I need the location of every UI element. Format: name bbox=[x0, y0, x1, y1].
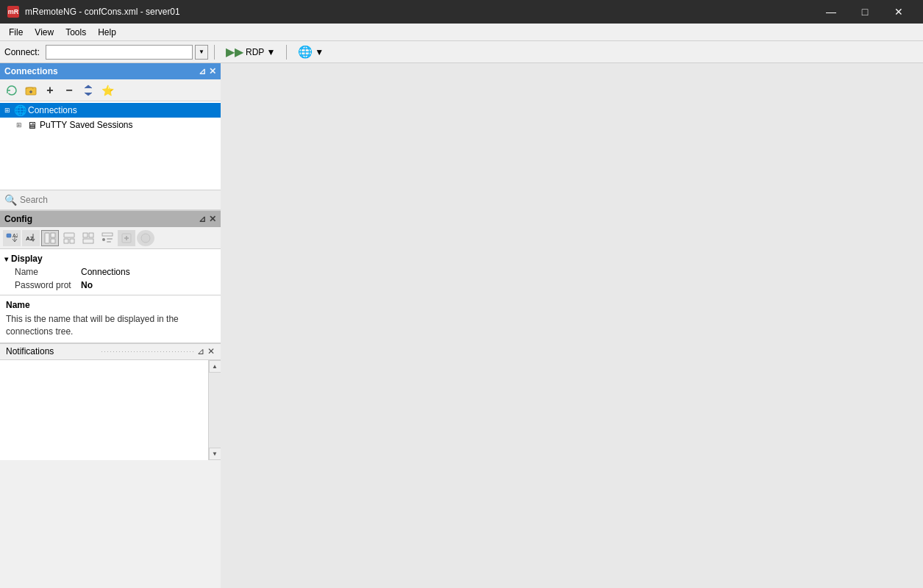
minimize-button[interactable]: — bbox=[814, 0, 848, 24]
connections-toolbar: + − ⭐ bbox=[0, 79, 221, 101]
svg-rect-7 bbox=[51, 239, 55, 243]
notifications-panel: Notifications ⊿ ✕ ▲ ▼ bbox=[0, 343, 221, 460]
connections-header-icons: ⊿ ✕ bbox=[199, 66, 216, 76]
globe-button[interactable]: 🌐 ▼ bbox=[293, 43, 329, 61]
notif-fill bbox=[101, 351, 194, 352]
connections-pin-icon[interactable]: ⊿ bbox=[199, 66, 206, 76]
config-name-value: Connections bbox=[81, 267, 130, 277]
notifications-text-area bbox=[0, 360, 208, 460]
add-button[interactable]: + bbox=[41, 82, 59, 98]
config-alphabetic-btn[interactable]: AZ bbox=[22, 230, 40, 246]
svg-rect-13 bbox=[83, 239, 93, 243]
globe-dropdown-icon: ▼ bbox=[315, 47, 324, 57]
menu-file[interactable]: File bbox=[3, 26, 29, 39]
svg-point-19 bbox=[141, 234, 150, 243]
config-panel-title: Config bbox=[4, 214, 99, 224]
menu-bar: File View Tools Help bbox=[0, 24, 923, 41]
config-info-title: Name bbox=[6, 300, 215, 310]
config-collapse-btn[interactable] bbox=[137, 230, 154, 246]
notifications-pin-icon[interactable]: ⊿ bbox=[197, 346, 204, 356]
scroll-track bbox=[209, 373, 221, 448]
main-toolbar: Connect: ▼ ▶▶ RDP ▼ 🌐 ▼ bbox=[0, 41, 923, 63]
config-expand-btn[interactable] bbox=[118, 230, 135, 246]
menu-help[interactable]: Help bbox=[92, 26, 122, 39]
globe-icon: 🌐 bbox=[298, 45, 313, 59]
config-toolbar: AZ AZ bbox=[0, 227, 221, 249]
config-header-fill bbox=[101, 219, 196, 220]
connect-label: Connect: bbox=[4, 47, 40, 57]
rdp-label: RDP bbox=[246, 47, 264, 57]
config-sort-btn[interactable]: AZ bbox=[3, 230, 21, 246]
connect-dropdown-button[interactable]: ▼ bbox=[195, 45, 208, 60]
display-chevron-icon: ▾ bbox=[4, 255, 8, 263]
config-display-section[interactable]: ▾ Display bbox=[3, 252, 218, 265]
config-name-row: Name Connections bbox=[3, 265, 218, 279]
scroll-down-button[interactable]: ▼ bbox=[209, 448, 221, 460]
search-input[interactable] bbox=[20, 195, 216, 205]
rdp-dropdown-icon: ▼ bbox=[266, 47, 275, 57]
rdp-arrow-icon: ▶▶ bbox=[226, 45, 243, 59]
title-bar: mR mRemoteNG - confCons.xml - server01 —… bbox=[0, 0, 923, 24]
config-panel-header: Config ⊿ ✕ bbox=[0, 211, 221, 227]
notifications-icons: ⊿ ✕ bbox=[197, 346, 215, 356]
favorites-button[interactable]: ⭐ bbox=[99, 82, 116, 98]
svg-rect-14 bbox=[102, 233, 113, 236]
config-view2-btn[interactable] bbox=[60, 230, 78, 246]
svg-rect-12 bbox=[89, 233, 93, 237]
config-pin-icon[interactable]: ⊿ bbox=[199, 214, 206, 224]
notifications-close-icon[interactable]: ✕ bbox=[207, 346, 215, 356]
config-content: ▾ Display Name Connections Password prot… bbox=[0, 249, 221, 295]
config-info-box: Name This is the name that will be displ… bbox=[0, 295, 221, 343]
tree-expand-connections: ⊞ bbox=[3, 106, 12, 115]
window-controls: — □ ✕ bbox=[814, 0, 916, 24]
config-password-value: No bbox=[81, 280, 93, 290]
tree-label-connections: Connections bbox=[28, 105, 77, 115]
main-content-area bbox=[221, 63, 923, 588]
notifications-title: Notifications bbox=[6, 346, 99, 356]
config-view3-btn[interactable] bbox=[79, 230, 97, 246]
display-section-title: Display bbox=[11, 254, 43, 264]
svg-rect-1 bbox=[7, 234, 11, 237]
app-icon: mR bbox=[7, 6, 19, 18]
svg-rect-9 bbox=[64, 239, 68, 243]
search-area: 🔍 bbox=[0, 190, 221, 210]
scroll-up-button[interactable]: ▲ bbox=[209, 360, 221, 373]
toolbar-separator-2 bbox=[286, 45, 287, 60]
connect-input[interactable] bbox=[46, 45, 193, 60]
svg-point-15 bbox=[102, 238, 105, 241]
svg-rect-11 bbox=[83, 233, 88, 237]
new-folder-button[interactable] bbox=[22, 82, 40, 98]
notifications-scrollbar: ▲ ▼ bbox=[208, 360, 221, 460]
svg-rect-6 bbox=[51, 233, 55, 237]
window-title: mRemoteNG - confCons.xml - server01 bbox=[25, 7, 814, 17]
connections-panel-header: Connections ⊿ ✕ bbox=[0, 63, 221, 79]
connections-close-icon[interactable]: ✕ bbox=[209, 66, 216, 76]
main-layout: Connections ⊿ ✕ bbox=[0, 63, 923, 588]
refresh-button[interactable] bbox=[3, 82, 21, 98]
connections-tree: ⊞ 🌐 Connections ⊞ 🖥 PuTTY Saved Sessions bbox=[0, 101, 221, 190]
config-close-icon[interactable]: ✕ bbox=[209, 214, 216, 224]
sort-button[interactable] bbox=[79, 82, 97, 98]
rdp-button[interactable]: ▶▶ RDP ▼ bbox=[221, 43, 280, 61]
connections-panel-title: Connections bbox=[4, 66, 199, 76]
close-button[interactable]: ✕ bbox=[882, 0, 916, 24]
config-panel: Config ⊿ ✕ AZ bbox=[0, 210, 221, 343]
connections-icon: 🌐 bbox=[14, 104, 26, 116]
svg-rect-17 bbox=[107, 241, 111, 243]
toolbar-separator-1 bbox=[214, 45, 215, 60]
tree-label-putty: PuTTY Saved Sessions bbox=[40, 120, 133, 130]
notifications-content: ▲ ▼ bbox=[0, 360, 221, 460]
remove-button[interactable]: − bbox=[60, 82, 78, 98]
putty-icon: 🖥 bbox=[26, 119, 38, 131]
menu-view[interactable]: View bbox=[29, 26, 60, 39]
maximize-button[interactable]: □ bbox=[848, 0, 882, 24]
connections-panel: Connections ⊿ ✕ bbox=[0, 63, 221, 190]
tree-expand-putty: ⊞ bbox=[15, 121, 24, 129]
config-general-btn[interactable] bbox=[41, 230, 59, 246]
svg-rect-5 bbox=[45, 233, 49, 243]
config-view4-btn[interactable] bbox=[99, 230, 116, 246]
tree-item-connections[interactable]: ⊞ 🌐 Connections bbox=[0, 103, 221, 118]
tree-item-putty[interactable]: ⊞ 🖥 PuTTY Saved Sessions bbox=[0, 118, 221, 132]
menu-tools[interactable]: Tools bbox=[60, 26, 92, 39]
svg-rect-10 bbox=[70, 239, 74, 243]
